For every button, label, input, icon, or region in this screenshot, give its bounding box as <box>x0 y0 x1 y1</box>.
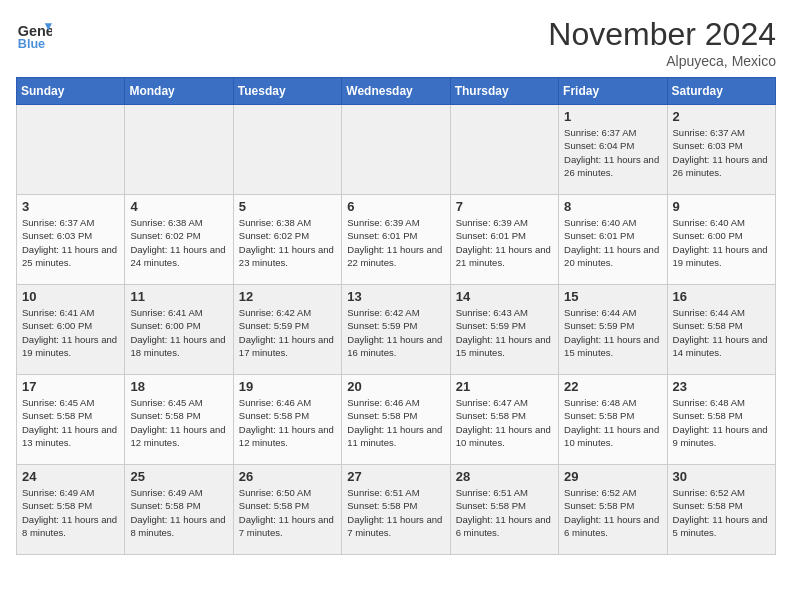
calendar-cell: 19Sunrise: 6:46 AM Sunset: 5:58 PM Dayli… <box>233 375 341 465</box>
day-number: 14 <box>456 289 553 304</box>
day-number: 30 <box>673 469 770 484</box>
cell-info: Sunrise: 6:49 AM Sunset: 5:58 PM Dayligh… <box>22 486 119 539</box>
calendar-cell: 27Sunrise: 6:51 AM Sunset: 5:58 PM Dayli… <box>342 465 450 555</box>
logo-icon: General Blue <box>16 16 52 52</box>
cell-info: Sunrise: 6:38 AM Sunset: 6:02 PM Dayligh… <box>239 216 336 269</box>
header-thursday: Thursday <box>450 78 558 105</box>
cell-info: Sunrise: 6:46 AM Sunset: 5:58 PM Dayligh… <box>347 396 444 449</box>
calendar-cell: 12Sunrise: 6:42 AM Sunset: 5:59 PM Dayli… <box>233 285 341 375</box>
calendar-week-2: 10Sunrise: 6:41 AM Sunset: 6:00 PM Dayli… <box>17 285 776 375</box>
day-number: 5 <box>239 199 336 214</box>
cell-info: Sunrise: 6:45 AM Sunset: 5:58 PM Dayligh… <box>22 396 119 449</box>
calendar-cell: 23Sunrise: 6:48 AM Sunset: 5:58 PM Dayli… <box>667 375 775 465</box>
calendar-cell: 29Sunrise: 6:52 AM Sunset: 5:58 PM Dayli… <box>559 465 667 555</box>
day-number: 26 <box>239 469 336 484</box>
header-sunday: Sunday <box>17 78 125 105</box>
calendar-cell: 17Sunrise: 6:45 AM Sunset: 5:58 PM Dayli… <box>17 375 125 465</box>
cell-info: Sunrise: 6:45 AM Sunset: 5:58 PM Dayligh… <box>130 396 227 449</box>
calendar-cell: 8Sunrise: 6:40 AM Sunset: 6:01 PM Daylig… <box>559 195 667 285</box>
cell-info: Sunrise: 6:47 AM Sunset: 5:58 PM Dayligh… <box>456 396 553 449</box>
day-number: 23 <box>673 379 770 394</box>
calendar-cell <box>233 105 341 195</box>
month-title: November 2024 <box>548 16 776 53</box>
calendar-cell: 7Sunrise: 6:39 AM Sunset: 6:01 PM Daylig… <box>450 195 558 285</box>
day-number: 4 <box>130 199 227 214</box>
cell-info: Sunrise: 6:50 AM Sunset: 5:58 PM Dayligh… <box>239 486 336 539</box>
cell-info: Sunrise: 6:51 AM Sunset: 5:58 PM Dayligh… <box>347 486 444 539</box>
cell-info: Sunrise: 6:52 AM Sunset: 5:58 PM Dayligh… <box>673 486 770 539</box>
logo: General Blue <box>16 16 56 52</box>
cell-info: Sunrise: 6:49 AM Sunset: 5:58 PM Dayligh… <box>130 486 227 539</box>
header-wednesday: Wednesday <box>342 78 450 105</box>
header-friday: Friday <box>559 78 667 105</box>
calendar-cell: 28Sunrise: 6:51 AM Sunset: 5:58 PM Dayli… <box>450 465 558 555</box>
cell-info: Sunrise: 6:46 AM Sunset: 5:58 PM Dayligh… <box>239 396 336 449</box>
calendar-week-3: 17Sunrise: 6:45 AM Sunset: 5:58 PM Dayli… <box>17 375 776 465</box>
cell-info: Sunrise: 6:39 AM Sunset: 6:01 PM Dayligh… <box>456 216 553 269</box>
calendar-cell: 10Sunrise: 6:41 AM Sunset: 6:00 PM Dayli… <box>17 285 125 375</box>
day-number: 6 <box>347 199 444 214</box>
title-block: November 2024 Alpuyeca, Mexico <box>548 16 776 69</box>
cell-info: Sunrise: 6:40 AM Sunset: 6:01 PM Dayligh… <box>564 216 661 269</box>
day-number: 15 <box>564 289 661 304</box>
calendar-week-1: 3Sunrise: 6:37 AM Sunset: 6:03 PM Daylig… <box>17 195 776 285</box>
cell-info: Sunrise: 6:52 AM Sunset: 5:58 PM Dayligh… <box>564 486 661 539</box>
calendar-cell: 2Sunrise: 6:37 AM Sunset: 6:03 PM Daylig… <box>667 105 775 195</box>
calendar-cell: 6Sunrise: 6:39 AM Sunset: 6:01 PM Daylig… <box>342 195 450 285</box>
day-number: 3 <box>22 199 119 214</box>
calendar-cell: 26Sunrise: 6:50 AM Sunset: 5:58 PM Dayli… <box>233 465 341 555</box>
day-number: 24 <box>22 469 119 484</box>
calendar-cell: 30Sunrise: 6:52 AM Sunset: 5:58 PM Dayli… <box>667 465 775 555</box>
calendar-cell <box>17 105 125 195</box>
cell-info: Sunrise: 6:43 AM Sunset: 5:59 PM Dayligh… <box>456 306 553 359</box>
cell-info: Sunrise: 6:42 AM Sunset: 5:59 PM Dayligh… <box>239 306 336 359</box>
day-number: 25 <box>130 469 227 484</box>
cell-info: Sunrise: 6:40 AM Sunset: 6:00 PM Dayligh… <box>673 216 770 269</box>
calendar-cell: 9Sunrise: 6:40 AM Sunset: 6:00 PM Daylig… <box>667 195 775 285</box>
calendar-cell: 13Sunrise: 6:42 AM Sunset: 5:59 PM Dayli… <box>342 285 450 375</box>
calendar-cell: 4Sunrise: 6:38 AM Sunset: 6:02 PM Daylig… <box>125 195 233 285</box>
calendar-cell: 24Sunrise: 6:49 AM Sunset: 5:58 PM Dayli… <box>17 465 125 555</box>
cell-info: Sunrise: 6:37 AM Sunset: 6:03 PM Dayligh… <box>673 126 770 179</box>
day-number: 20 <box>347 379 444 394</box>
cell-info: Sunrise: 6:44 AM Sunset: 5:59 PM Dayligh… <box>564 306 661 359</box>
day-number: 12 <box>239 289 336 304</box>
day-number: 7 <box>456 199 553 214</box>
svg-text:Blue: Blue <box>18 37 45 51</box>
calendar-header-row: SundayMondayTuesdayWednesdayThursdayFrid… <box>17 78 776 105</box>
day-number: 27 <box>347 469 444 484</box>
day-number: 1 <box>564 109 661 124</box>
calendar-table: SundayMondayTuesdayWednesdayThursdayFrid… <box>16 77 776 555</box>
cell-info: Sunrise: 6:44 AM Sunset: 5:58 PM Dayligh… <box>673 306 770 359</box>
cell-info: Sunrise: 6:48 AM Sunset: 5:58 PM Dayligh… <box>673 396 770 449</box>
calendar-cell <box>450 105 558 195</box>
calendar-cell <box>342 105 450 195</box>
day-number: 28 <box>456 469 553 484</box>
cell-info: Sunrise: 6:39 AM Sunset: 6:01 PM Dayligh… <box>347 216 444 269</box>
page-header: General Blue November 2024 Alpuyeca, Mex… <box>16 16 776 69</box>
calendar-cell: 1Sunrise: 6:37 AM Sunset: 6:04 PM Daylig… <box>559 105 667 195</box>
day-number: 13 <box>347 289 444 304</box>
calendar-cell: 15Sunrise: 6:44 AM Sunset: 5:59 PM Dayli… <box>559 285 667 375</box>
location: Alpuyeca, Mexico <box>548 53 776 69</box>
day-number: 16 <box>673 289 770 304</box>
day-number: 11 <box>130 289 227 304</box>
cell-info: Sunrise: 6:42 AM Sunset: 5:59 PM Dayligh… <box>347 306 444 359</box>
day-number: 21 <box>456 379 553 394</box>
day-number: 9 <box>673 199 770 214</box>
header-monday: Monday <box>125 78 233 105</box>
calendar-cell: 3Sunrise: 6:37 AM Sunset: 6:03 PM Daylig… <box>17 195 125 285</box>
calendar-cell: 20Sunrise: 6:46 AM Sunset: 5:58 PM Dayli… <box>342 375 450 465</box>
calendar-cell: 25Sunrise: 6:49 AM Sunset: 5:58 PM Dayli… <box>125 465 233 555</box>
calendar-cell: 16Sunrise: 6:44 AM Sunset: 5:58 PM Dayli… <box>667 285 775 375</box>
header-saturday: Saturday <box>667 78 775 105</box>
day-number: 18 <box>130 379 227 394</box>
calendar-week-0: 1Sunrise: 6:37 AM Sunset: 6:04 PM Daylig… <box>17 105 776 195</box>
cell-info: Sunrise: 6:38 AM Sunset: 6:02 PM Dayligh… <box>130 216 227 269</box>
day-number: 19 <box>239 379 336 394</box>
day-number: 29 <box>564 469 661 484</box>
calendar-cell: 18Sunrise: 6:45 AM Sunset: 5:58 PM Dayli… <box>125 375 233 465</box>
day-number: 22 <box>564 379 661 394</box>
day-number: 2 <box>673 109 770 124</box>
calendar-cell: 5Sunrise: 6:38 AM Sunset: 6:02 PM Daylig… <box>233 195 341 285</box>
